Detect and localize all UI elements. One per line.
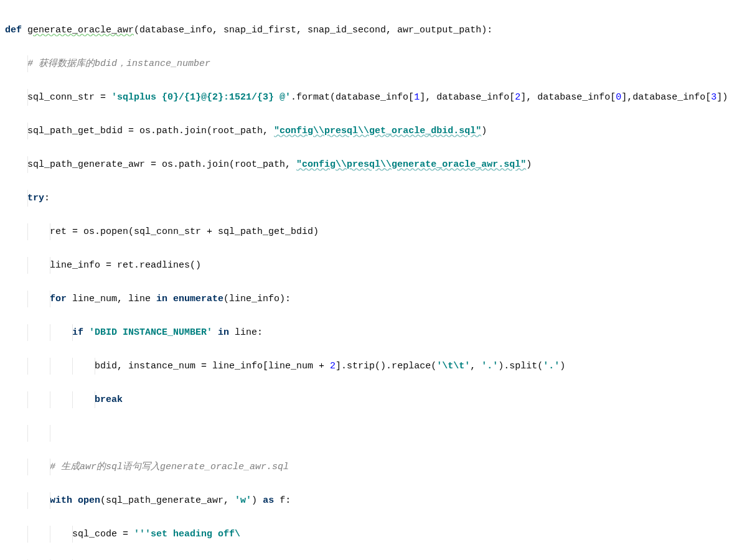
string: '.' bbox=[481, 361, 498, 371]
number: 2 bbox=[515, 92, 520, 103]
code-line: def generate_oracle_awr(database_info, s… bbox=[2, 22, 740, 39]
text: f: bbox=[279, 495, 291, 506]
text: sql_code = bbox=[72, 529, 134, 539]
fn-name: generate_oracle_awr bbox=[27, 25, 134, 35]
kw-break: break bbox=[95, 394, 123, 405]
text: : bbox=[44, 193, 50, 203]
text: sql_path_get_bdid = os.path.join(root_pa… bbox=[27, 126, 274, 136]
text: ) bbox=[526, 159, 532, 170]
params: (database_info, snap_id_first, snap_id_s… bbox=[134, 25, 492, 35]
string: "config\\presql\\generate_oracle_awr.sql… bbox=[296, 159, 526, 170]
code-line: break bbox=[2, 391, 740, 408]
text: ]) bbox=[716, 92, 728, 103]
kw-as: as bbox=[263, 495, 279, 506]
code-line: if 'DBID INSTANCE_NUMBER' in line: bbox=[2, 324, 740, 341]
text: sql_path_generate_awr = os.path.join(roo… bbox=[27, 159, 296, 170]
text: ],database_info[ bbox=[621, 92, 711, 103]
text: ], database_info[ bbox=[520, 92, 616, 103]
text: ).split( bbox=[498, 361, 543, 371]
code-line: sql_path_generate_awr = os.path.join(roo… bbox=[2, 156, 740, 173]
code-line: ret = os.popen(sql_conn_str + sql_path_g… bbox=[2, 223, 740, 240]
code-line bbox=[2, 425, 740, 442]
kw-for: for bbox=[50, 294, 72, 304]
code-line: for line_num, line in enumerate(line_inf… bbox=[2, 291, 740, 307]
code-line: sql_code = '''set heading off\ bbox=[2, 526, 740, 543]
kw-def: def bbox=[5, 25, 27, 35]
number: 3 bbox=[711, 92, 716, 103]
code-line: # 生成awr的sql语句写入generate_oracle_awr.sql bbox=[2, 459, 740, 475]
code-line: bdid, instance_num = line_info[line_num … bbox=[2, 358, 740, 375]
text: ) bbox=[560, 361, 565, 371]
string: 'w' bbox=[235, 495, 251, 506]
code-line: sql_conn_str = 'sqlplus {0}/{1}@{2}:1521… bbox=[2, 89, 740, 106]
text: ].strip().replace( bbox=[336, 361, 436, 371]
comment: # 获得数据库的bdid，instance_number bbox=[27, 58, 210, 69]
text: .format(database_info[ bbox=[291, 92, 414, 103]
string: "config\\presql\\get_oracle_dbid.sql" bbox=[274, 126, 481, 136]
text: bdid, instance_num = line_info[line_num … bbox=[95, 361, 330, 371]
text: ) bbox=[481, 126, 487, 136]
text: line_num, line bbox=[72, 294, 156, 304]
code-block: def generate_oracle_awr(database_info, s… bbox=[0, 0, 742, 560]
text: , bbox=[470, 361, 481, 371]
builtin: open bbox=[78, 495, 100, 506]
number: 1 bbox=[414, 92, 420, 103]
string: 'DBID INSTANCE_NUMBER' bbox=[89, 327, 218, 338]
code-line: sql_path_get_bdid = os.path.join(root_pa… bbox=[2, 123, 740, 139]
code-line: with open(sql_path_generate_awr, 'w') as… bbox=[2, 492, 740, 509]
number: 2 bbox=[330, 361, 336, 371]
code-line: try: bbox=[2, 190, 740, 207]
string: '.' bbox=[543, 361, 560, 371]
string: '\t\t' bbox=[436, 361, 470, 371]
kw-in: in bbox=[156, 294, 173, 304]
kw-try: try bbox=[27, 193, 44, 203]
code-line: line_info = ret.readlines() bbox=[2, 257, 740, 274]
text: (sql_path_generate_awr, bbox=[100, 495, 235, 506]
text: line_info = ret.readlines() bbox=[50, 260, 201, 271]
text: ) bbox=[251, 495, 263, 506]
text: (line_info): bbox=[223, 294, 291, 304]
text: ], database_info[ bbox=[420, 92, 515, 103]
text: sql_conn_str = bbox=[27, 92, 111, 103]
comment: # 生成awr的sql语句写入generate_oracle_awr.sql bbox=[50, 462, 289, 472]
string: 'sqlplus {0}/{1}@{2}:1521/{3} @' bbox=[111, 92, 291, 103]
number: 0 bbox=[616, 92, 621, 103]
builtin: enumerate bbox=[173, 294, 223, 304]
text: line: bbox=[235, 327, 263, 338]
string: '''set heading off\ bbox=[134, 529, 240, 539]
code-line: # 获得数据库的bdid，instance_number bbox=[2, 55, 740, 72]
kw-in: in bbox=[218, 327, 235, 338]
kw-with: with bbox=[50, 495, 78, 506]
text: ret = os.popen(sql_conn_str + sql_path_g… bbox=[50, 226, 319, 237]
kw-if: if bbox=[72, 327, 89, 338]
